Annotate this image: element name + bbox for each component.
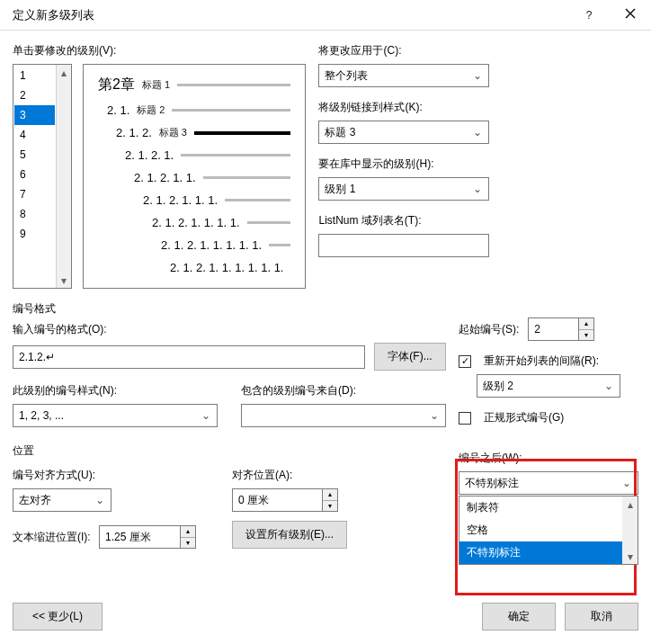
preview-number: 2. 1. 2. 1. 1. 1. xyxy=(143,193,218,207)
close-button[interactable] xyxy=(610,0,651,30)
cancel-button[interactable]: 取消 xyxy=(565,603,638,631)
restart-level-select[interactable]: 级别 2 ⌄ xyxy=(477,374,620,398)
level-item[interactable]: 4 xyxy=(14,125,55,145)
scroll-up-icon[interactable]: ▴ xyxy=(622,496,638,512)
level-item[interactable]: 2 xyxy=(14,85,55,105)
preview-style-label: 标题 1 xyxy=(142,78,170,92)
preview-number: 2. 1. 2. 1. xyxy=(125,148,174,162)
level-list-scrollbar[interactable]: ▴ ▾ xyxy=(56,65,71,288)
preview-row: 2. 1. 2. 1. 1. 1. 1. xyxy=(152,216,290,229)
chevron-down-icon: ⌄ xyxy=(470,69,485,82)
restart-checkbox-row[interactable]: 重新开始列表的间隔(R): xyxy=(459,353,638,369)
help-button[interactable]: ? xyxy=(568,0,610,30)
level-item[interactable]: 3 xyxy=(14,105,55,125)
gallery-level-select[interactable]: 级别 1 ⌄ xyxy=(318,177,489,201)
preview-row: 2. 1. 2. 1. 1. xyxy=(134,171,290,184)
spin-down-icon[interactable]: ▾ xyxy=(323,501,337,512)
align-at-spinner[interactable]: 0 厘米 ▴▾ xyxy=(232,488,338,512)
preview-row: 2. 1. 2. 1. xyxy=(125,148,290,162)
restart-label: 重新开始列表的间隔(R): xyxy=(484,353,599,369)
follow-option[interactable]: 空格 xyxy=(459,519,638,541)
spin-up-icon[interactable]: ▴ xyxy=(323,489,337,501)
legal-checkbox[interactable] xyxy=(459,412,471,425)
set-all-levels-button[interactable]: 设置所有级别(E)... xyxy=(232,521,347,549)
chevron-down-icon: ⌄ xyxy=(427,409,441,422)
apply-to-select[interactable]: 整个列表 ⌄ xyxy=(318,64,489,87)
preview-row: 2. 1. 2. 1. 1. 1. 1. 1. xyxy=(161,238,290,252)
less-button[interactable]: << 更少(L) xyxy=(13,603,103,631)
level-item[interactable]: 1 xyxy=(14,66,55,85)
number-style-label: 此级别的编号样式(N): xyxy=(13,383,218,398)
title-bar: 定义新多级列表 ? xyxy=(0,0,651,31)
preview-style-label: 标题 2 xyxy=(137,103,165,117)
link-style-label: 将级别链接到样式(K): xyxy=(318,100,489,115)
click-level-label: 单击要修改的级别(V): xyxy=(13,43,306,58)
follow-option[interactable]: 制表符 xyxy=(459,496,638,519)
number-format-section: 编号格式 xyxy=(13,301,446,317)
preview-bar xyxy=(269,244,290,246)
preview-number: 2. 1. 2. 1. 1. 1. 1. 1. xyxy=(161,238,262,252)
dialog-content: 单击要修改的级别(V): 123456789 ▴ ▾ 第2章标题 12. 1.标… xyxy=(0,31,651,592)
preview-row: 2. 1.标题 2 xyxy=(107,103,290,117)
preview-bar xyxy=(181,154,290,157)
restart-checkbox[interactable] xyxy=(459,355,471,368)
align-select[interactable]: 左对齐 ⌄ xyxy=(13,488,111,512)
spin-down-icon[interactable]: ▾ xyxy=(181,538,195,549)
level-item[interactable]: 9 xyxy=(14,224,55,244)
align-at-label: 对齐位置(A): xyxy=(232,468,338,483)
gallery-level-label: 要在库中显示的级别(H): xyxy=(318,157,489,172)
link-style-select[interactable]: 标题 3 ⌄ xyxy=(318,121,489,144)
chevron-down-icon: ⌄ xyxy=(470,183,485,195)
dialog-window: 定义新多级列表 ? 单击要修改的级别(V): 123456789 ▴ xyxy=(0,0,651,644)
ok-button[interactable]: 确定 xyxy=(482,603,556,631)
preview-number: 2. 1. xyxy=(107,103,129,117)
legal-label: 正规形式编号(G) xyxy=(484,410,564,425)
preview-number: 2. 1. 2. 1. 1. xyxy=(134,171,196,184)
number-format-input[interactable]: 2.1.2.↵ xyxy=(13,345,365,369)
position-section: 位置 xyxy=(13,443,446,459)
indent-label: 文本缩进位置(I): xyxy=(13,531,91,543)
preview-row: 2. 1. 2. 1. 1. 1. 1. 1. 1. xyxy=(170,261,290,274)
preview-number: 2. 1. 2. 1. 1. 1. 1. 1. 1. xyxy=(170,261,283,274)
number-style-select[interactable]: 1, 2, 3, ... ⌄ xyxy=(13,404,218,427)
apply-to-label: 将更改应用于(C): xyxy=(318,43,489,58)
follow-number-select[interactable]: 不特别标注 ⌄ xyxy=(459,471,638,495)
preview-row: 2. 1. 2. 1. 1. 1. xyxy=(143,193,290,207)
listnum-input[interactable] xyxy=(318,234,489,257)
scroll-down-icon[interactable]: ▾ xyxy=(622,549,638,564)
preview-number: 第2章 xyxy=(98,76,135,94)
follow-option[interactable]: 不特别标注 xyxy=(459,541,638,564)
spin-up-icon[interactable]: ▴ xyxy=(579,318,593,330)
preview-bar xyxy=(172,109,290,112)
level-item[interactable]: 5 xyxy=(14,145,55,165)
title-bar-buttons: ? xyxy=(568,0,651,30)
chevron-down-icon: ⌄ xyxy=(602,380,616,392)
start-at-label: 起始编号(S): xyxy=(459,322,519,337)
level-listbox[interactable]: 123456789 ▴ ▾ xyxy=(13,64,72,289)
dropdown-scrollbar[interactable]: ▴ ▾ xyxy=(622,496,638,564)
preview-bar xyxy=(177,84,290,86)
preview-bar xyxy=(203,176,291,179)
legal-checkbox-row[interactable]: 正规形式编号(G) xyxy=(459,410,638,425)
indent-spinner[interactable]: 1.25 厘米 ▴▾ xyxy=(99,525,196,549)
chevron-down-icon: ⌄ xyxy=(470,126,485,139)
spin-down-icon[interactable]: ▾ xyxy=(579,330,593,341)
preview-bar xyxy=(225,199,290,201)
start-at-spinner[interactable]: 2 ▴▾ xyxy=(528,318,594,341)
spin-up-icon[interactable]: ▴ xyxy=(181,526,195,538)
preview-number: 2. 1. 2. xyxy=(116,126,152,139)
preview-bar xyxy=(194,131,291,135)
font-button[interactable]: 字体(F)... xyxy=(374,343,446,371)
include-level-select[interactable]: ⌄ xyxy=(241,404,446,427)
align-label: 编号对齐方式(U): xyxy=(13,468,219,483)
level-item[interactable]: 6 xyxy=(14,165,55,184)
scroll-up-icon[interactable]: ▴ xyxy=(57,65,71,80)
enter-format-label: 输入编号的格式(O): xyxy=(13,322,446,337)
follow-number-dropdown[interactable]: ▴ ▾ 制表符空格不特别标注 xyxy=(459,496,638,565)
listnum-label: ListNum 域列表名(T): xyxy=(318,213,489,228)
preview-number: 2. 1. 2. 1. 1. 1. 1. xyxy=(152,216,240,229)
level-item[interactable]: 7 xyxy=(14,184,55,204)
dialog-footer: << 更少(L) 确定 取消 xyxy=(0,595,651,644)
scroll-down-icon[interactable]: ▾ xyxy=(57,273,71,288)
level-item[interactable]: 8 xyxy=(14,204,55,224)
